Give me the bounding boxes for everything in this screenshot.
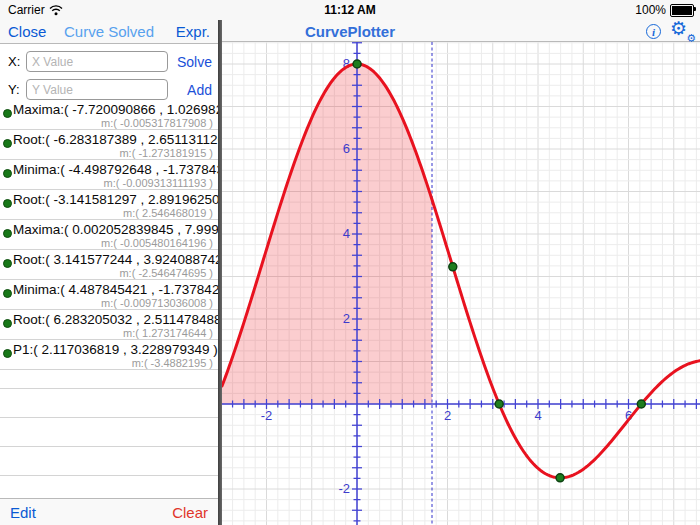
list-item[interactable]: Minima:( -4.498792648 , -1.7378438m:( -0… bbox=[0, 160, 218, 190]
y-tick-label: 4 bbox=[343, 226, 350, 241]
point-bullet-icon bbox=[3, 139, 12, 148]
point-bullet-icon bbox=[3, 109, 12, 118]
result-coordinates: Root:( 6.283205032 , 2.511478488E bbox=[13, 310, 218, 327]
edit-button[interactable]: Edit bbox=[10, 504, 36, 521]
battery-percent: 100% bbox=[635, 3, 666, 17]
list-item[interactable]: Minima:( 4.487845421 , -1.7378420m:( -0.… bbox=[0, 280, 218, 310]
result-coordinates: P1:( 2.117036819 , 3.228979349 ) bbox=[13, 340, 218, 357]
curve-point-maxima[interactable] bbox=[353, 60, 361, 68]
list-item[interactable]: Root:( 6.283205032 , 2.511478488Em:( 1.2… bbox=[0, 310, 218, 340]
result-coordinates: Minima:( -4.498792648 , -1.7378438 bbox=[13, 160, 218, 177]
status-bar: Carrier 11:12 AM 100% bbox=[0, 0, 700, 20]
list-item[interactable]: Root:( 3.141577244 , 3.924088742Em:( -2.… bbox=[0, 250, 218, 280]
main-navbar: CurvePlotter i ⚙ ⚙ bbox=[222, 20, 700, 42]
curve-point-root[interactable] bbox=[495, 400, 503, 408]
empty-list-row bbox=[0, 389, 218, 418]
point-bullet-icon bbox=[3, 199, 12, 208]
result-slope: m:( -1.273181915 ) bbox=[13, 147, 218, 159]
result-coordinates: Minima:( 4.487845421 , -1.7378420 bbox=[13, 280, 218, 297]
plot-canvas[interactable]: -22468642-2 bbox=[222, 42, 700, 525]
y-tick-label: 6 bbox=[343, 141, 350, 156]
clear-button[interactable]: Clear bbox=[172, 504, 208, 521]
point-bullet-icon bbox=[3, 259, 12, 268]
x-value-input[interactable] bbox=[26, 51, 168, 72]
empty-list-row bbox=[0, 447, 218, 476]
result-coordinates: Root:( 3.141577244 , 3.924088742E bbox=[13, 250, 218, 267]
result-slope: m:( -0.005480164196 ) bbox=[13, 237, 218, 249]
results-list: Maxima:( -7.720090866 , 1.0269827m:( -0.… bbox=[0, 100, 218, 476]
result-coordinates: Root:( -3.141581297 , 2.891962504 bbox=[13, 190, 218, 207]
sidebar-navbar: Close Curve Solved Expr. bbox=[0, 20, 218, 44]
result-slope: m:( 1.273174644 ) bbox=[13, 327, 218, 339]
point-bullet-icon bbox=[3, 289, 12, 298]
result-slope: m:( -3.4882195 ) bbox=[13, 357, 218, 369]
settings-gear-icon[interactable]: ⚙ ⚙ bbox=[670, 20, 694, 42]
sidebar-toolbar: Edit Clear bbox=[0, 498, 218, 525]
result-slope: m:( -0.009313111193 ) bbox=[13, 177, 218, 189]
plot-area[interactable]: -22468642-2 bbox=[222, 42, 700, 525]
point-bullet-icon bbox=[3, 229, 12, 238]
main-panel: CurvePlotter i ⚙ ⚙ -22468642-2 bbox=[222, 20, 700, 525]
empty-list-row bbox=[0, 418, 218, 447]
y-tick-label: 2 bbox=[343, 311, 350, 326]
result-coordinates: Maxima:( 0.002052839845 , 7.99999 bbox=[13, 220, 218, 237]
x-tick-label: -2 bbox=[261, 408, 273, 423]
curve-point-root[interactable] bbox=[637, 400, 645, 408]
list-item[interactable]: Maxima:( 0.002052839845 , 7.99999m:( -0.… bbox=[0, 220, 218, 250]
result-coordinates: Root:( -6.283187389 , 2.651131126 bbox=[13, 130, 218, 147]
curve-point-minima[interactable] bbox=[556, 474, 564, 482]
battery-icon bbox=[670, 4, 694, 17]
result-slope: m:( -2.546474695 ) bbox=[13, 267, 218, 279]
y-value-input[interactable] bbox=[26, 79, 168, 100]
empty-list-row bbox=[0, 370, 218, 389]
result-slope: m:( 2.546468019 ) bbox=[13, 207, 218, 219]
result-coordinates: Maxima:( -7.720090866 , 1.0269827 bbox=[13, 100, 218, 117]
sidebar: Close Curve Solved Expr. X: Solve Y: Add… bbox=[0, 20, 218, 525]
status-time: 11:12 AM bbox=[0, 3, 700, 17]
curve-point-P1[interactable] bbox=[449, 263, 457, 271]
x-label: X: bbox=[8, 54, 26, 69]
info-icon[interactable]: i bbox=[646, 24, 661, 39]
list-item[interactable]: Root:( -3.141581297 , 2.891962504m:( 2.5… bbox=[0, 190, 218, 220]
list-item[interactable]: Root:( -6.283187389 , 2.651131126m:( -1.… bbox=[0, 130, 218, 160]
x-tick-label: 2 bbox=[444, 408, 451, 423]
solve-button[interactable]: Solve bbox=[168, 54, 212, 70]
x-tick-label: 4 bbox=[534, 408, 541, 423]
list-item[interactable]: P1:( 2.117036819 , 3.228979349 )m:( -3.4… bbox=[0, 340, 218, 370]
y-label: Y: bbox=[8, 82, 26, 97]
point-bullet-icon bbox=[3, 319, 12, 328]
add-button[interactable]: Add bbox=[168, 82, 212, 98]
y-tick-label: -2 bbox=[338, 481, 350, 496]
app-title: CurvePlotter bbox=[305, 23, 395, 40]
result-slope: m:( -0.005317817908 ) bbox=[13, 117, 218, 129]
point-bullet-icon bbox=[3, 169, 12, 178]
result-slope: m:( -0.009713036008 ) bbox=[13, 297, 218, 309]
expr-button[interactable]: Expr. bbox=[176, 23, 210, 40]
point-bullet-icon bbox=[3, 349, 12, 358]
list-item[interactable]: Maxima:( -7.720090866 , 1.0269827m:( -0.… bbox=[0, 100, 218, 130]
xy-input-panel: X: Solve Y: Add bbox=[0, 44, 218, 100]
